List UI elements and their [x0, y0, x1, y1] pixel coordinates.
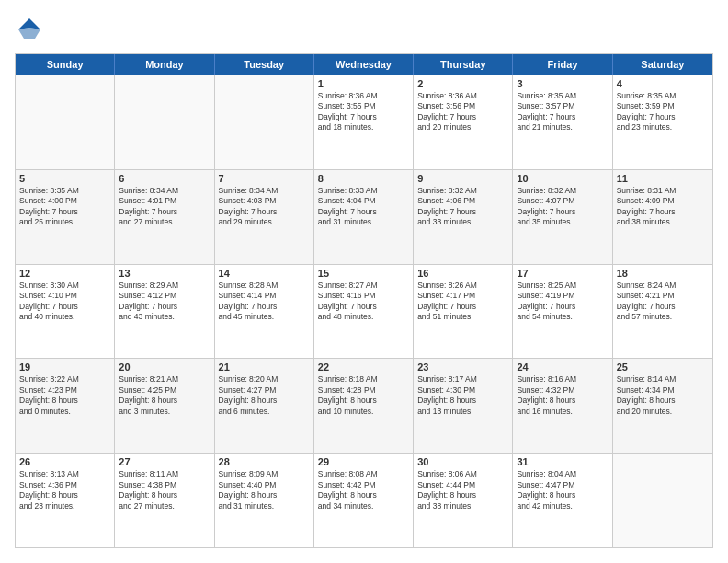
day-cell-11: 11Sunrise: 8:31 AM Sunset: 4:09 PM Dayli… [613, 170, 712, 264]
day-number-14: 14 [219, 268, 310, 279]
day-cell-18: 18Sunrise: 8:24 AM Sunset: 4:21 PM Dayli… [613, 265, 712, 359]
day-cell-5: 5Sunrise: 8:35 AM Sunset: 4:00 PM Daylig… [16, 170, 115, 264]
day-cell-24: 24Sunrise: 8:16 AM Sunset: 4:32 PM Dayli… [513, 359, 612, 453]
day-cell-12: 12Sunrise: 8:30 AM Sunset: 4:10 PM Dayli… [16, 265, 115, 359]
day-cell-19: 19Sunrise: 8:22 AM Sunset: 4:23 PM Dayli… [16, 359, 115, 453]
day-number-26: 26 [19, 456, 110, 467]
day-cell-13: 13Sunrise: 8:29 AM Sunset: 4:12 PM Dayli… [115, 265, 214, 359]
day-info-27: Sunrise: 8:11 AM Sunset: 4:38 PM Dayligh… [119, 469, 210, 511]
day-number-4: 4 [617, 78, 709, 89]
day-info-19: Sunrise: 8:22 AM Sunset: 4:23 PM Dayligh… [19, 374, 110, 417]
calendar-row-5: 26Sunrise: 8:13 AM Sunset: 4:36 PM Dayli… [16, 453, 712, 547]
day-number-9: 9 [417, 173, 508, 184]
day-info-8: Sunrise: 8:33 AM Sunset: 4:04 PM Dayligh… [318, 186, 409, 228]
day-info-30: Sunrise: 8:06 AM Sunset: 4:44 PM Dayligh… [417, 469, 508, 511]
day-number-10: 10 [517, 173, 608, 184]
day-number-21: 21 [219, 362, 310, 373]
day-info-24: Sunrise: 8:16 AM Sunset: 4:32 PM Dayligh… [517, 374, 608, 417]
day-cell-7: 7Sunrise: 8:34 AM Sunset: 4:03 PM Daylig… [215, 170, 314, 264]
day-info-18: Sunrise: 8:24 AM Sunset: 4:21 PM Dayligh… [617, 281, 709, 323]
day-cell-25: 25Sunrise: 8:14 AM Sunset: 4:34 PM Dayli… [613, 359, 712, 453]
logo [15, 15, 50, 44]
day-cell-1: 1Sunrise: 8:36 AM Sunset: 3:55 PM Daylig… [314, 75, 414, 169]
day-cell-29: 29Sunrise: 8:08 AM Sunset: 4:42 PM Dayli… [314, 454, 414, 547]
day-info-25: Sunrise: 8:14 AM Sunset: 4:34 PM Dayligh… [617, 374, 709, 417]
day-number-28: 28 [219, 456, 310, 467]
day-info-13: Sunrise: 8:29 AM Sunset: 4:12 PM Dayligh… [119, 281, 210, 323]
day-cell-8: 8Sunrise: 8:33 AM Sunset: 4:04 PM Daylig… [314, 170, 414, 264]
day-info-3: Sunrise: 8:35 AM Sunset: 3:57 PM Dayligh… [517, 91, 608, 133]
day-number-27: 27 [119, 456, 210, 467]
day-cell-21: 21Sunrise: 8:20 AM Sunset: 4:27 PM Dayli… [215, 359, 314, 453]
day-number-24: 24 [517, 362, 608, 373]
weekday-header-saturday: Saturday [613, 54, 712, 75]
day-number-31: 31 [517, 456, 608, 467]
day-info-10: Sunrise: 8:32 AM Sunset: 4:07 PM Dayligh… [517, 186, 608, 228]
page: SundayMondayTuesdayWednesdayThursdayFrid… [0, 0, 728, 563]
day-cell-27: 27Sunrise: 8:11 AM Sunset: 4:38 PM Dayli… [115, 454, 214, 547]
logo-icon [15, 15, 44, 44]
calendar-body: 1Sunrise: 8:36 AM Sunset: 3:55 PM Daylig… [16, 75, 712, 547]
day-number-19: 19 [19, 362, 110, 373]
day-number-25: 25 [617, 362, 709, 373]
day-cell-20: 20Sunrise: 8:21 AM Sunset: 4:25 PM Dayli… [115, 359, 214, 453]
day-info-2: Sunrise: 8:36 AM Sunset: 3:56 PM Dayligh… [417, 91, 508, 133]
day-info-20: Sunrise: 8:21 AM Sunset: 4:25 PM Dayligh… [119, 374, 210, 417]
day-cell-28: 28Sunrise: 8:09 AM Sunset: 4:40 PM Dayli… [215, 454, 314, 547]
day-info-4: Sunrise: 8:35 AM Sunset: 3:59 PM Dayligh… [617, 91, 709, 133]
svg-marker-1 [18, 28, 40, 39]
day-number-6: 6 [119, 173, 210, 184]
weekday-header-friday: Friday [513, 54, 612, 75]
calendar-row-2: 5Sunrise: 8:35 AM Sunset: 4:00 PM Daylig… [16, 169, 712, 264]
day-number-13: 13 [119, 268, 210, 279]
day-cell-6: 6Sunrise: 8:34 AM Sunset: 4:01 PM Daylig… [115, 170, 214, 264]
day-info-22: Sunrise: 8:18 AM Sunset: 4:28 PM Dayligh… [318, 374, 409, 417]
day-cell-22: 22Sunrise: 8:18 AM Sunset: 4:28 PM Dayli… [314, 359, 414, 453]
day-info-12: Sunrise: 8:30 AM Sunset: 4:10 PM Dayligh… [19, 281, 110, 323]
day-number-1: 1 [318, 78, 409, 89]
day-info-9: Sunrise: 8:32 AM Sunset: 4:06 PM Dayligh… [417, 186, 508, 228]
weekday-header-sunday: Sunday [16, 54, 115, 75]
day-number-11: 11 [617, 173, 709, 184]
day-number-23: 23 [417, 362, 508, 373]
day-cell-3: 3Sunrise: 8:35 AM Sunset: 3:57 PM Daylig… [513, 75, 612, 169]
day-info-17: Sunrise: 8:25 AM Sunset: 4:19 PM Dayligh… [517, 281, 608, 323]
day-cell-17: 17Sunrise: 8:25 AM Sunset: 4:19 PM Dayli… [513, 265, 612, 359]
calendar-row-1: 1Sunrise: 8:36 AM Sunset: 3:55 PM Daylig… [16, 75, 712, 169]
day-info-29: Sunrise: 8:08 AM Sunset: 4:42 PM Dayligh… [318, 469, 409, 511]
calendar-row-3: 12Sunrise: 8:30 AM Sunset: 4:10 PM Dayli… [16, 264, 712, 359]
empty-cell-4-6 [613, 454, 712, 547]
day-info-1: Sunrise: 8:36 AM Sunset: 3:55 PM Dayligh… [318, 91, 409, 133]
day-info-6: Sunrise: 8:34 AM Sunset: 4:01 PM Dayligh… [119, 186, 210, 228]
day-cell-4: 4Sunrise: 8:35 AM Sunset: 3:59 PM Daylig… [613, 75, 712, 169]
day-cell-31: 31Sunrise: 8:04 AM Sunset: 4:47 PM Dayli… [513, 454, 612, 547]
day-cell-23: 23Sunrise: 8:17 AM Sunset: 4:30 PM Dayli… [414, 359, 513, 453]
day-cell-10: 10Sunrise: 8:32 AM Sunset: 4:07 PM Dayli… [513, 170, 612, 264]
day-number-8: 8 [318, 173, 409, 184]
day-info-7: Sunrise: 8:34 AM Sunset: 4:03 PM Dayligh… [219, 186, 310, 228]
day-number-2: 2 [417, 78, 508, 89]
empty-cell-0-0 [16, 75, 115, 169]
day-cell-16: 16Sunrise: 8:26 AM Sunset: 4:17 PM Dayli… [414, 265, 513, 359]
day-number-22: 22 [318, 362, 409, 373]
day-number-18: 18 [617, 268, 709, 279]
day-number-20: 20 [119, 362, 210, 373]
empty-cell-0-1 [115, 75, 214, 169]
calendar: SundayMondayTuesdayWednesdayThursdayFrid… [15, 53, 713, 548]
day-number-3: 3 [517, 78, 608, 89]
day-cell-14: 14Sunrise: 8:28 AM Sunset: 4:14 PM Dayli… [215, 265, 314, 359]
day-info-26: Sunrise: 8:13 AM Sunset: 4:36 PM Dayligh… [19, 469, 110, 511]
day-info-31: Sunrise: 8:04 AM Sunset: 4:47 PM Dayligh… [517, 469, 608, 511]
weekday-header-thursday: Thursday [414, 54, 513, 75]
day-number-5: 5 [19, 173, 110, 184]
day-number-17: 17 [517, 268, 608, 279]
day-info-14: Sunrise: 8:28 AM Sunset: 4:14 PM Dayligh… [219, 281, 310, 323]
day-cell-26: 26Sunrise: 8:13 AM Sunset: 4:36 PM Dayli… [16, 454, 115, 547]
day-cell-30: 30Sunrise: 8:06 AM Sunset: 4:44 PM Dayli… [414, 454, 513, 547]
day-number-29: 29 [318, 456, 409, 467]
day-cell-15: 15Sunrise: 8:27 AM Sunset: 4:16 PM Dayli… [314, 265, 414, 359]
weekday-header-tuesday: Tuesday [215, 54, 314, 75]
day-cell-2: 2Sunrise: 8:36 AM Sunset: 3:56 PM Daylig… [414, 75, 513, 169]
day-number-15: 15 [318, 268, 409, 279]
day-number-12: 12 [19, 268, 110, 279]
